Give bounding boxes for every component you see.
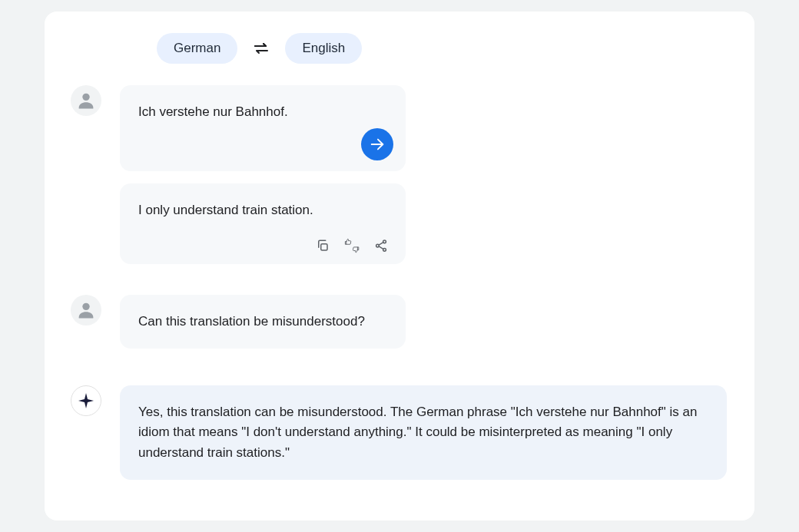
translation-input-text: Ich verstehe nur Bahnhof. (138, 104, 288, 119)
svg-line-6 (379, 242, 383, 244)
translation-input-bubble[interactable]: Ich verstehe nur Bahnhof. (120, 85, 406, 171)
user-question-text: Can this translation be misunderstood? (138, 314, 365, 329)
main-card: German English Ich verstehe nur Bahnhof. (45, 12, 754, 520)
user-question-bubble: Can this translation be misunderstood? (120, 295, 406, 349)
translate-button[interactable] (361, 128, 393, 160)
person-icon (75, 90, 97, 111)
svg-rect-2 (321, 243, 327, 249)
swap-languages-button[interactable] (251, 38, 271, 58)
svg-point-8 (82, 302, 89, 309)
input-row: Ich verstehe nur Bahnhof. (71, 85, 728, 171)
svg-point-0 (82, 94, 89, 101)
translation-output-bubble: I only understand train station. (120, 183, 406, 263)
ai-avatar (71, 385, 101, 416)
user-avatar (71, 85, 101, 116)
target-language-pill[interactable]: English (285, 33, 362, 64)
target-language-label: English (302, 41, 345, 56)
share-icon (374, 239, 388, 253)
source-language-label: German (174, 41, 220, 56)
language-selector-row: German English (157, 33, 728, 64)
thumbs-icon (344, 238, 360, 253)
svg-line-7 (379, 246, 383, 249)
ai-answer-text: Yes, this translation can be misundersto… (138, 405, 697, 460)
sparkle-icon (77, 392, 95, 410)
answer-row: Yes, this translation can be misundersto… (71, 385, 728, 480)
user-avatar (71, 295, 101, 325)
ai-answer-bubble: Yes, this translation can be misundersto… (120, 385, 727, 480)
question-row: Can this translation be misunderstood? (71, 295, 728, 349)
arrow-right-icon (369, 136, 386, 153)
output-actions (315, 238, 389, 253)
source-language-pill[interactable]: German (157, 33, 237, 64)
copy-icon (316, 239, 330, 253)
share-button[interactable] (373, 238, 389, 253)
person-icon (75, 299, 97, 321)
swap-icon (252, 39, 270, 58)
translation-output-text: I only understand train station. (138, 203, 313, 217)
copy-button[interactable] (315, 238, 330, 253)
feedback-button[interactable] (344, 238, 360, 253)
